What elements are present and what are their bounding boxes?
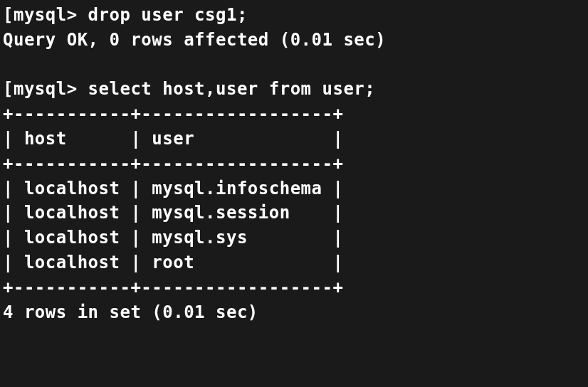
table-border-mid: +-----------+------------------+ bbox=[3, 152, 588, 176]
table-border-top: +-----------+------------------+ bbox=[3, 102, 588, 127]
mysql-prompt[interactable]: [mysql> bbox=[3, 79, 88, 99]
response-query-ok: Query OK, 0 rows affected (0.01 sec) bbox=[3, 28, 588, 53]
response-rows-in-set: 4 rows in set (0.01 sec) bbox=[3, 300, 588, 325]
terminal-line-2: [mysql> select host,user from user; bbox=[3, 77, 588, 102]
command-drop-user: drop user csg1; bbox=[88, 5, 248, 25]
blank-line bbox=[3, 53, 588, 78]
table-row: | localhost | mysql.session | bbox=[3, 201, 588, 226]
table-row: | localhost | mysql.sys | bbox=[3, 226, 588, 250]
terminal-line-1: [mysql> drop user csg1; bbox=[3, 3, 588, 28]
table-header: | host | user | bbox=[3, 127, 588, 152]
command-select: select host,user from user; bbox=[88, 79, 376, 99]
table-row: | localhost | root | bbox=[3, 250, 588, 275]
mysql-prompt[interactable]: [mysql> bbox=[3, 5, 88, 25]
table-border-bot: +-----------+------------------+ bbox=[3, 275, 588, 300]
table-row: | localhost | mysql.infoschema | bbox=[3, 176, 588, 201]
